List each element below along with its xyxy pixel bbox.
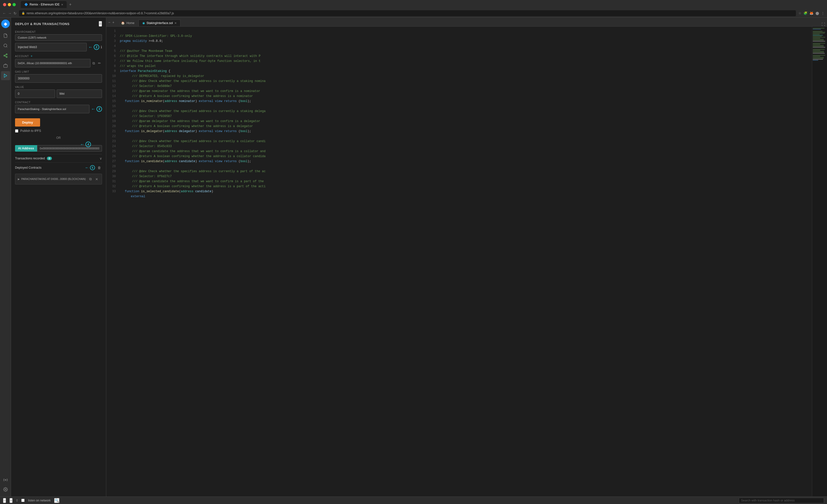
bottom-zoom-in-btn[interactable]: + <box>9 498 12 503</box>
metamask-icon[interactable]: 🦊 <box>810 11 814 15</box>
new-tab-button[interactable]: + <box>68 2 73 7</box>
contract-actions: ⧉ ✕ <box>88 176 99 182</box>
account-select[interactable]: 0xf24...66cac (10.000000000000000031 eth <box>15 59 91 67</box>
unit-select[interactable]: Wei Gwei Finney Ether <box>57 90 102 98</box>
gas-limit-label: GAS LIMIT <box>11 69 106 74</box>
svg-point-4 <box>6 56 7 58</box>
url-text: remix.ethereum.org/#optimize=false&runs=… <box>27 11 174 15</box>
sidebar-item-search[interactable] <box>1 41 10 50</box>
delete-deployed-btn[interactable]: 🗑 <box>96 165 102 171</box>
sidebar-item-plugins[interactable] <box>1 61 10 70</box>
line-num-33: 33 <box>106 189 116 194</box>
bookmark-icon[interactable]: ☆ <box>798 11 801 15</box>
forward-button[interactable]: → <box>8 11 11 15</box>
transaction-search-bar[interactable]: Search with transaction hash or address <box>739 498 824 503</box>
lock-icon: 🔒 <box>21 11 25 15</box>
contract-info: ▶ PARACHAINSTAKING AT 0X000...00800 (BLO… <box>18 178 86 181</box>
close-traffic-light[interactable] <box>3 3 6 6</box>
deploy-button[interactable]: Deploy <box>15 118 40 127</box>
sidebar-item-debug[interactable] <box>1 475 10 485</box>
file-tab-close[interactable]: ✕ <box>175 21 177 25</box>
edit-account-btn[interactable]: ✏ <box>97 60 102 66</box>
zoom-out-btn[interactable]: − <box>108 20 110 24</box>
transactions-row: Transactions recorded 0 ∨ <box>15 154 102 162</box>
publish-row: Publish to IPFS <box>15 129 102 133</box>
deploy-list-icon[interactable]: ≡ <box>99 21 102 27</box>
sidebar-item-deploy[interactable] <box>1 71 10 80</box>
remix-logo[interactable]: ◆ <box>1 19 10 28</box>
publish-ipfs-checkbox[interactable] <box>15 129 18 133</box>
environment-label: ENVIRONMENT <box>11 29 106 34</box>
svg-point-9 <box>5 480 6 481</box>
minimap <box>812 27 827 497</box>
home-tab[interactable]: 🏠 Home <box>117 19 138 26</box>
value-input[interactable] <box>15 90 55 98</box>
copy-contract-btn[interactable]: ⧉ <box>88 176 93 182</box>
line-num-1: 1 <box>106 29 116 34</box>
line-num-32: 32 <box>106 184 116 189</box>
fullscreen-traffic-light[interactable] <box>12 3 16 6</box>
main-layout: ◆ DEPLOY & RUN TRANSACTIONS ≡ ENVIRONME <box>0 17 827 497</box>
profile-icon[interactable]: ⬤ <box>816 11 819 15</box>
account-section-label: ACCOUNT + <box>11 53 106 59</box>
annotation-4: ← 4 <box>80 142 91 147</box>
add-account-btn[interactable]: + <box>31 54 32 58</box>
contract-select[interactable]: ParachainStaking - StakingInterface.sol <box>15 105 90 113</box>
sidebar-item-settings[interactable] <box>1 486 10 495</box>
line-numbers: 1 2 3 4 5 6 7 8 9 10 11 12 13 14 15 16 1… <box>106 27 119 497</box>
close-contract-btn[interactable]: ✕ <box>94 176 99 182</box>
listen-label: listen on network <box>28 499 51 502</box>
file-tab[interactable]: ◉ StakingInterface.sol ✕ <box>139 19 180 26</box>
at-address-button[interactable]: At Address <box>15 145 37 152</box>
bottom-zoom-out-btn[interactable]: − <box>3 498 6 503</box>
extensions-icon[interactable]: 🧩 <box>804 11 808 15</box>
line-num-14: 14 <box>106 94 116 99</box>
environment-select[interactable]: Injected Web3 <box>15 43 87 51</box>
refresh-button[interactable]: ↻ <box>13 11 16 15</box>
line-num-5: 5 <box>106 49 116 54</box>
line-num-8: 8 <box>106 64 116 69</box>
expand-editor-btn[interactable]: ⛶ <box>822 22 825 26</box>
menu-icon[interactable]: ⋮ <box>821 11 825 15</box>
transactions-chevron[interactable]: ∨ <box>99 156 102 160</box>
code-editor[interactable]: 1 2 3 4 5 6 7 8 9 10 11 12 13 14 15 16 1… <box>106 27 827 497</box>
or-section: OR ← 4 <box>11 134 106 142</box>
browser-tab-bar: 🔷 Remix - Ethereum IDE ✕ + <box>21 1 73 8</box>
tab-close-button[interactable]: ✕ <box>61 3 63 6</box>
gas-limit-input[interactable] <box>15 74 102 83</box>
svg-point-10 <box>5 489 6 490</box>
minimize-traffic-light[interactable] <box>8 3 11 6</box>
environment-info-btn[interactable]: ℹ <box>101 45 102 49</box>
url-bar: ← → ↻ 🔒 remix.ethereum.org/#optimize=fal… <box>0 9 827 17</box>
line-num-25: 25 <box>106 149 116 154</box>
sidebar-item-git[interactable] <box>1 51 10 60</box>
tab-favicon: 🔷 <box>24 3 28 6</box>
active-browser-tab[interactable]: 🔷 Remix - Ethereum IDE ✕ <box>21 1 67 8</box>
line-num-13: 13 <box>106 89 116 94</box>
bottom-search-icon[interactable]: 🔍 <box>54 498 59 503</box>
line-num-11: 11 <box>106 79 116 84</box>
line-num-15: 15 <box>106 99 116 104</box>
contract-name: PARACHAINSTAKING AT 0X000...00800 (BLOCK… <box>21 178 86 181</box>
deploy-panel: DEPLOY & RUN TRANSACTIONS ≡ ENVIRONMENT … <box>11 17 106 497</box>
url-input[interactable]: 🔒 remix.ethereum.org/#optimize=false&run… <box>19 10 796 16</box>
listen-network-checkbox[interactable] <box>21 499 25 502</box>
at-address-input[interactable] <box>37 145 102 152</box>
line-num-4: 4 <box>106 44 116 49</box>
transaction-count: 0 <box>16 499 18 502</box>
svg-line-6 <box>5 55 6 55</box>
zoom-in-btn[interactable]: + <box>112 20 114 24</box>
gas-limit-row <box>15 74 102 83</box>
line-num-16: 16 <box>106 104 116 109</box>
line-num-17: 17 <box>106 109 116 114</box>
back-button[interactable]: ← <box>2 11 6 15</box>
line-num-30: 30 <box>106 174 116 179</box>
transactions-label: Transactions recorded 0 <box>15 157 52 160</box>
sidebar-item-files[interactable] <box>1 31 10 40</box>
copy-account-btn[interactable]: ⧉ <box>92 60 96 66</box>
svg-point-3 <box>4 55 5 56</box>
contract-expand-icon[interactable]: ▶ <box>18 178 20 181</box>
annotation-5: ← 5 <box>85 165 95 170</box>
line-num-6: 6 <box>106 54 116 59</box>
line-num-24: 24 <box>106 144 116 149</box>
